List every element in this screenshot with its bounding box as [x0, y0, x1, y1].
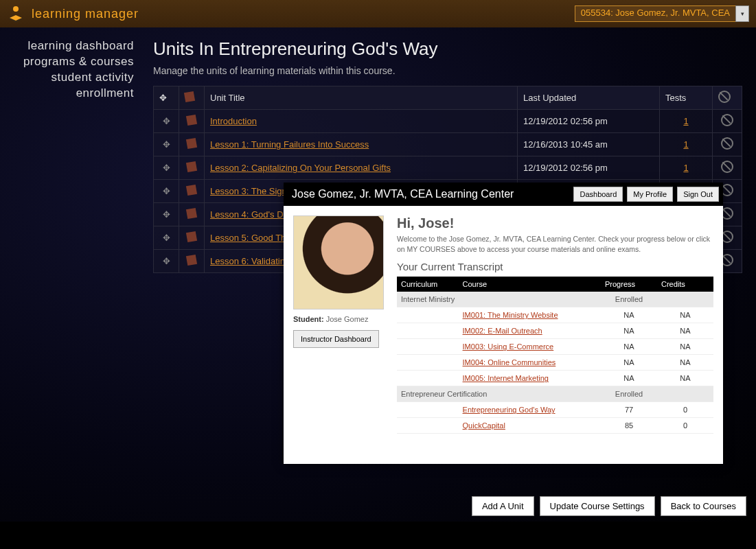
course-row: IM001: The Ministry WebsiteNANA: [397, 307, 713, 323]
sidebar-item-activity[interactable]: student activity: [0, 71, 134, 84]
user-selector[interactable]: 055534: Jose Gomez, Jr. MVTA, CEA ▾: [575, 5, 749, 22]
icon-header: [179, 86, 205, 110]
tests-link[interactable]: 1: [683, 139, 688, 150]
progress-cell: NA: [601, 355, 657, 371]
curriculum-name: Internet Ministry: [397, 292, 601, 307]
enrolled-label: Enrolled: [601, 292, 657, 307]
learning-center-overlay: Jose Gomez, Jr. MVTA, CEA Learning Cente…: [284, 183, 723, 464]
drag-header: ✥: [154, 86, 179, 110]
student-label: Student: Jose Gomez: [293, 315, 386, 323]
curriculum-name: Entrepreneur Certification: [397, 386, 601, 402]
progress-cell: NA: [601, 371, 657, 386]
curriculum-row: Internet MinistryEnrolled: [397, 292, 713, 307]
drag-handle[interactable]: ✥: [154, 203, 179, 226]
student-avatar: [293, 215, 384, 309]
sidebar-item-dashboard[interactable]: learning dashboard: [0, 39, 134, 53]
overlay-title: Jose Gomez, Jr. MVTA, CEA Learning Cente…: [292, 188, 514, 200]
back-to-courses-button[interactable]: Back to Courses: [661, 496, 746, 516]
updated-cell: 12/19/2012 02:56 pm: [518, 156, 660, 180]
dashboard-button[interactable]: Dashboard: [573, 187, 623, 202]
instructor-dashboard-button[interactable]: Instructor Dashboard: [293, 330, 379, 348]
course-link[interactable]: QuickCapital: [463, 421, 505, 430]
welcome-text: Welcome to the Jose Gomez, Jr. MVTA, CEA…: [397, 234, 713, 254]
overlay-header: Jose Gomez, Jr. MVTA, CEA Learning Cente…: [284, 183, 723, 206]
credits-cell: 0: [657, 418, 713, 434]
course-row: IM005: Internet MarketingNANA: [397, 371, 713, 386]
credits-cell: NA: [657, 371, 713, 386]
delete-icon[interactable]: [721, 114, 733, 126]
book-icon: [179, 203, 205, 226]
page-subtitle: Manage the units of learning materials w…: [153, 65, 742, 76]
tests-link[interactable]: 1: [683, 116, 688, 126]
book-icon: [179, 110, 205, 133]
drag-handle[interactable]: ✥: [154, 110, 179, 133]
curriculum-row: Entrepreneur CertificationEnrolled: [397, 386, 713, 402]
progress-cell: NA: [601, 323, 657, 339]
th-progress: Progress: [601, 277, 657, 292]
unit-link[interactable]: Lesson 2: Capitalizing On Your Personal …: [210, 163, 391, 173]
delete-header: [713, 86, 742, 110]
course-row: IM004: Online CommunitiesNANA: [397, 355, 713, 371]
book-icon: [179, 250, 205, 273]
drag-handle[interactable]: ✥: [154, 180, 179, 203]
drag-handle[interactable]: ✥: [154, 226, 179, 250]
credits-cell: NA: [657, 307, 713, 323]
th-credits: Credits: [657, 277, 713, 292]
ban-icon: [718, 91, 731, 103]
drag-handle[interactable]: ✥: [154, 156, 179, 180]
course-link[interactable]: IM004: Online Communities: [463, 358, 556, 366]
course-row: QuickCapital850: [397, 418, 713, 434]
sign-out-button[interactable]: Sign Out: [677, 187, 719, 202]
progress-cell: NA: [601, 339, 657, 355]
book-icon: [179, 180, 205, 203]
unit-link[interactable]: Lesson 1: Turning Failures Into Success: [210, 139, 369, 150]
th-course: Course: [459, 277, 601, 292]
drag-handle[interactable]: ✥: [154, 250, 179, 273]
add-unit-button[interactable]: Add A Unit: [472, 496, 534, 516]
course-row: IM003: Using E-CommerceNANA: [397, 339, 713, 355]
credits-cell: NA: [657, 355, 713, 371]
book-icon: [179, 133, 205, 156]
footer-buttons: Add A Unit Update Course Settings Back t…: [472, 496, 746, 516]
tests-link[interactable]: 1: [683, 163, 688, 173]
book-icon: [179, 156, 205, 180]
unit-link[interactable]: Introduction: [210, 116, 257, 126]
course-link[interactable]: IM001: The Ministry Website: [463, 311, 558, 319]
updated-cell: 12/19/2012 02:56 pm: [518, 110, 660, 133]
top-bar: learning manager 055534: Jose Gomez, Jr.…: [0, 0, 756, 27]
logo: learning manager: [7, 5, 139, 23]
progress-cell: NA: [601, 307, 657, 323]
updated-header: Last Updated: [518, 86, 660, 110]
credits-cell: 0: [657, 402, 713, 418]
credits-cell: NA: [657, 323, 713, 339]
my-profile-button[interactable]: My Profile: [627, 187, 673, 202]
dropdown-icon[interactable]: ▾: [735, 5, 749, 22]
learner-icon: [7, 5, 25, 23]
credits-cell: NA: [657, 339, 713, 355]
sidebar-item-programs[interactable]: programs & courses: [0, 55, 134, 69]
drag-handle[interactable]: ✥: [154, 133, 179, 156]
transcript-table: Curriculum Course Progress Credits Inter…: [397, 277, 713, 434]
user-select-value: 055534: Jose Gomez, Jr. MVTA, CEA: [575, 5, 736, 22]
svg-point-0: [13, 6, 19, 12]
book-icon: [179, 226, 205, 250]
sidebar-item-enrollment[interactable]: enrollment: [0, 86, 134, 100]
update-settings-button[interactable]: Update Course Settings: [540, 496, 655, 516]
course-link[interactable]: IM003: Using E-Commerce: [463, 342, 554, 351]
progress-cell: 77: [601, 402, 657, 418]
table-row: ✥Lesson 1: Turning Failures Into Success…: [154, 133, 742, 156]
app-title: learning manager: [32, 7, 139, 21]
sidebar: learning dashboard programs & courses st…: [0, 27, 139, 522]
tests-header: Tests: [660, 86, 713, 110]
course-row: Entrepreneuring God's Way770: [397, 402, 713, 418]
course-link[interactable]: Entrepreneuring God's Way: [463, 406, 555, 414]
page-title: Units In Entrepreneuring God's Way: [153, 38, 742, 60]
table-row: ✥Lesson 2: Capitalizing On Your Personal…: [154, 156, 742, 180]
course-link[interactable]: IM005: Internet Marketing: [463, 374, 549, 382]
delete-icon[interactable]: [721, 137, 733, 150]
delete-icon[interactable]: [721, 161, 733, 173]
th-curriculum: Curriculum: [397, 277, 459, 292]
course-link[interactable]: IM002: E-Mail Outreach: [463, 327, 542, 335]
title-header: Unit Title: [205, 86, 518, 110]
transcript-heading: Your Current Transcript: [397, 261, 713, 272]
